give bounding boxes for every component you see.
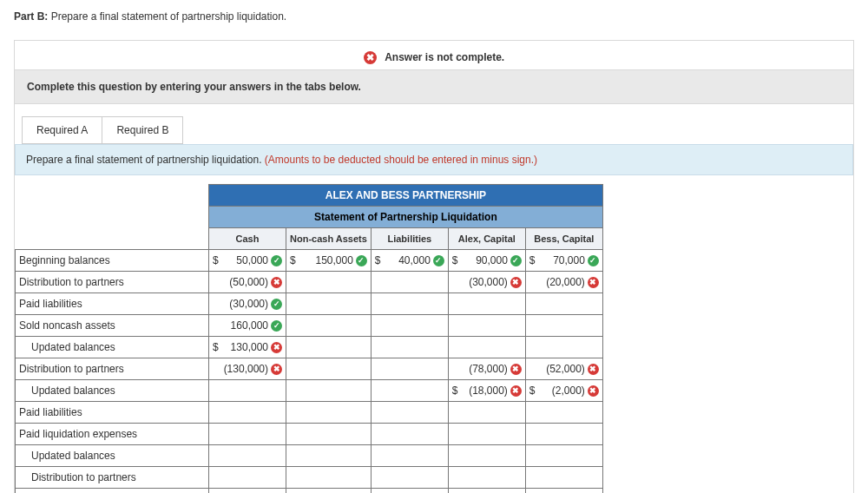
table-cell[interactable] [525, 337, 602, 358]
dollar-sign: $ [213, 254, 221, 266]
table-cell[interactable] [371, 402, 448, 424]
cell-value: (50,000) [229, 276, 268, 288]
table-cell[interactable]: $50,000✓ [209, 250, 286, 272]
row-label: Distribution to partners [16, 358, 209, 380]
table-cell[interactable] [525, 315, 602, 337]
table-row: Beginning balances$50,000✓$150,000✓$40,0… [16, 250, 603, 272]
table-cell[interactable] [371, 272, 448, 293]
table-cell[interactable] [371, 293, 448, 315]
dollar-sign: $ [290, 254, 299, 266]
table-cell[interactable] [371, 315, 448, 337]
row-label: Updated balances [16, 380, 209, 402]
row-label: Sold noncash assets [16, 315, 209, 337]
table-row: Distribution to partners [16, 467, 603, 489]
table-cell[interactable] [371, 337, 448, 358]
x-icon: ✖ [510, 385, 522, 397]
table-row: Updated balances$130,000✖ [16, 337, 603, 358]
table-cell[interactable] [209, 402, 286, 424]
table-cell[interactable]: (130,000)✖ [209, 358, 286, 380]
table-cell[interactable] [209, 380, 286, 402]
x-icon: ✖ [271, 364, 282, 375]
table-cell[interactable] [448, 337, 525, 358]
table-subtitle: Statement of Partnership Liquidation [209, 207, 603, 228]
table-row: Updated balances$(18,000)✖$(2,000)✖ [16, 380, 603, 402]
table-cell[interactable] [209, 489, 286, 493]
table-cell[interactable] [448, 293, 525, 315]
col-alex: Alex, Capital [448, 228, 525, 250]
x-icon: ✖ [588, 364, 599, 375]
table-cell[interactable] [286, 445, 372, 467]
liquidation-table: ALEX AND BESS PARTNERSHIP Statement of P… [15, 184, 603, 493]
table-row: Closing balances [16, 489, 603, 493]
table-cell[interactable] [448, 315, 525, 337]
table-cell[interactable] [371, 380, 448, 402]
table-cell[interactable] [286, 489, 372, 493]
check-icon: ✓ [356, 255, 367, 266]
x-icon: ✖ [588, 277, 599, 288]
table-cell[interactable]: $150,000✓ [286, 250, 372, 272]
instruction-main: Prepare a final statement of partnership… [26, 154, 265, 166]
tab-required-a[interactable]: Required A [22, 116, 102, 144]
table-cell[interactable] [286, 315, 372, 337]
table-cell[interactable] [286, 272, 372, 293]
table-cell[interactable] [371, 445, 448, 467]
table-cell[interactable] [209, 424, 286, 445]
table-cell[interactable] [286, 402, 372, 424]
table-cell[interactable] [209, 467, 286, 489]
table-cell[interactable] [448, 402, 525, 424]
table-row: Paid liquidation expenses [16, 424, 603, 445]
table-cell[interactable] [286, 467, 372, 489]
row-label: Paid liabilities [16, 293, 209, 315]
table-cell[interactable] [371, 467, 448, 489]
table-cell[interactable] [448, 445, 525, 467]
check-icon: ✓ [271, 320, 282, 332]
table-title: ALEX AND BESS PARTNERSHIP [209, 185, 603, 207]
part-label: Part B: [14, 10, 48, 23]
table-cell[interactable]: (78,000)✖ [448, 358, 525, 380]
table-cell[interactable] [525, 402, 602, 424]
table-cell[interactable]: (52,000)✖ [525, 358, 602, 380]
tabs: Required A Required B [15, 104, 853, 144]
table-cell[interactable] [525, 489, 602, 493]
table-cell[interactable]: $(2,000)✖ [525, 380, 602, 402]
table-cell[interactable] [448, 467, 525, 489]
row-label: Distribution to partners [16, 467, 209, 489]
table-cell[interactable]: $70,000✓ [525, 250, 602, 272]
x-icon: ✖ [510, 277, 522, 288]
table-cell[interactable]: $40,000✓ [371, 250, 448, 272]
table-cell[interactable] [525, 293, 602, 315]
check-icon: ✓ [271, 299, 282, 310]
cell-value: (20,000) [546, 276, 585, 288]
table-cell[interactable]: 160,000✓ [209, 315, 286, 337]
table-row: Paid liabilities [16, 402, 603, 424]
table-cell[interactable] [286, 424, 372, 445]
table-row: Sold noncash assets160,000✓ [16, 315, 603, 337]
dollar-sign: $ [375, 254, 384, 266]
table-cell[interactable] [525, 445, 602, 467]
table-cell[interactable] [371, 489, 448, 493]
table-cell[interactable] [448, 424, 525, 445]
table-cell[interactable] [286, 293, 372, 315]
table-cell[interactable] [371, 424, 448, 445]
table-cell[interactable]: $130,000✖ [209, 337, 286, 358]
cell-value: 40,000 [398, 254, 431, 266]
table-cell[interactable]: (20,000)✖ [525, 272, 602, 293]
tab-required-b[interactable]: Required B [102, 116, 183, 144]
table-cell[interactable]: $(18,000)✖ [448, 380, 525, 402]
table-cell[interactable]: (30,000)✖ [448, 272, 525, 293]
row-label: Closing balances [16, 489, 209, 493]
table-cell[interactable]: (50,000)✖ [209, 272, 286, 293]
table-cell[interactable] [209, 445, 286, 467]
table-cell[interactable] [286, 358, 372, 380]
table-cell[interactable] [371, 358, 448, 380]
cell-value: (30,000) [229, 298, 268, 310]
table-cell[interactable]: (30,000)✓ [209, 293, 286, 315]
table-cell[interactable] [525, 467, 602, 489]
table-cell[interactable] [286, 337, 372, 358]
table-cell[interactable]: $90,000✓ [448, 250, 525, 272]
alert-x-icon: ✖ [364, 51, 377, 64]
table-cell[interactable] [286, 380, 372, 402]
table-cell[interactable] [448, 489, 525, 493]
table-cell[interactable] [525, 424, 602, 445]
alert-text: Answer is not complete. [385, 51, 504, 63]
